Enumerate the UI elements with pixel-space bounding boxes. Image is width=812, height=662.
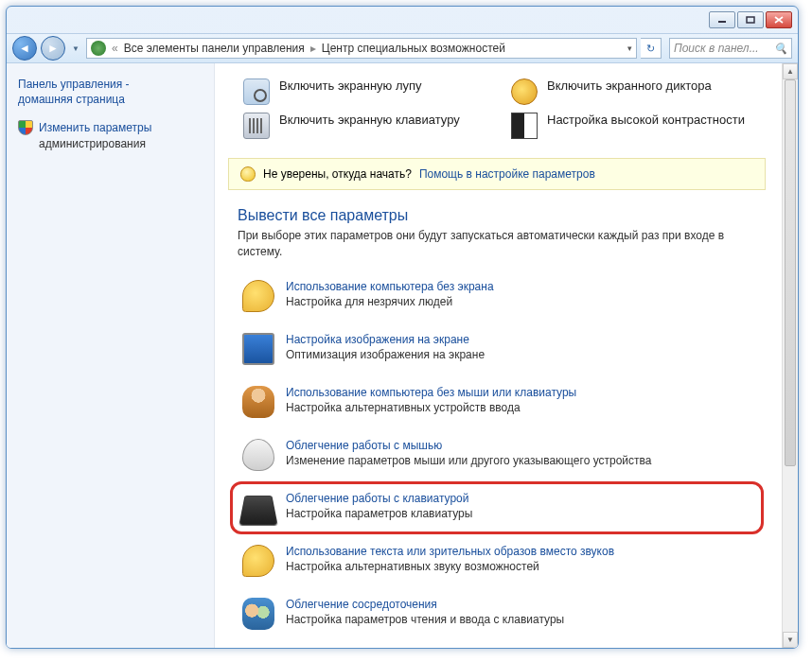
- section-subtext: При выборе этих параметров они будут зап…: [215, 228, 779, 270]
- search-icon: 🔍: [774, 42, 787, 55]
- nav-history-dropdown[interactable]: ▼: [69, 39, 82, 58]
- chat-icon: [242, 545, 274, 577]
- list-item: Облегчение работы с мышьюИзменение парам…: [230, 428, 764, 481]
- shield-icon: [18, 120, 33, 135]
- help-link[interactable]: Помощь в настройке параметров: [419, 167, 595, 181]
- close-button[interactable]: [766, 11, 792, 28]
- help-banner: Не уверены, откуда начать? Помощь в наст…: [228, 158, 766, 190]
- control-panel-icon: [91, 41, 106, 56]
- item-desc: Настройка альтернативных устройств ввода: [286, 401, 521, 414]
- minimize-button[interactable]: [709, 11, 735, 28]
- breadcrumb-ease-of-access[interactable]: Центр специальных возможностей: [322, 42, 505, 55]
- item-link[interactable]: Использование компьютера без экрана: [286, 280, 494, 293]
- settings-list: Использование компьютера без экранаНастр…: [215, 270, 779, 640]
- forward-button[interactable]: ►: [41, 36, 65, 61]
- section-heading: Вывести все параметры: [215, 190, 779, 228]
- scrollbar[interactable]: ▲ ▼: [782, 63, 798, 648]
- breadcrumb-dropdown[interactable]: ▾: [624, 44, 632, 53]
- sidebar-control-panel-home[interactable]: Панель управления - домашняя страница: [18, 77, 203, 107]
- back-button[interactable]: ◄: [12, 36, 37, 61]
- item-desc: Настройка альтернативных звуку возможнос…: [286, 560, 539, 573]
- main-content: Включить экранную лупу Включить экранног…: [215, 63, 798, 648]
- sidebar: Панель управления - домашняя страница Из…: [7, 63, 215, 648]
- item-link[interactable]: Настройка изображения на экране: [286, 333, 485, 346]
- maximize-button[interactable]: [737, 11, 764, 28]
- item-desc: Настройка параметров чтения и ввода с кл…: [286, 613, 564, 626]
- address-bar: ◄ ► ▼ « Все элементы панели управления ▸…: [7, 33, 798, 63]
- search-placeholder: Поиск в панел...: [674, 42, 759, 55]
- refresh-button[interactable]: ↻: [641, 38, 662, 59]
- scroll-down-button[interactable]: ▼: [783, 632, 798, 648]
- item-link[interactable]: Использование компьютера без мыши или кл…: [286, 386, 576, 399]
- chevron-icon: «: [110, 42, 120, 55]
- sidebar-admin-settings[interactable]: Изменить параметры администрирования: [18, 120, 203, 150]
- svg-rect-0: [718, 21, 726, 23]
- chat-icon: [242, 280, 274, 312]
- magnifier-icon: [243, 78, 270, 105]
- monitor-icon: [242, 333, 274, 365]
- item-link[interactable]: Облегчение работы с клавиатурой: [286, 492, 472, 505]
- list-item: Использование текста или зрительных обра…: [230, 534, 764, 587]
- list-item: Настройка изображения на экранеОптимизац…: [230, 322, 764, 375]
- scroll-thumb[interactable]: [785, 79, 796, 466]
- svg-rect-1: [747, 17, 754, 23]
- window-body: Панель управления - домашняя страница Из…: [7, 63, 798, 648]
- titlebar: [7, 7, 798, 33]
- window: ◄ ► ▼ « Все элементы панели управления ▸…: [6, 6, 799, 649]
- item-link[interactable]: Облегчение работы с мышью: [286, 439, 651, 452]
- mouse-icon: [242, 439, 274, 471]
- scroll-track[interactable]: [783, 79, 798, 632]
- item-desc: Настройка параметров клавиатуры: [286, 507, 472, 520]
- keyboard-icon: [243, 113, 270, 139]
- quick-narrator[interactable]: Включить экранного диктора: [511, 78, 756, 105]
- help-prompt: Не уверены, откуда начать?: [263, 167, 412, 181]
- list-item: Использование компьютера без экранаНастр…: [230, 270, 764, 322]
- breadcrumb-all-items[interactable]: Все элементы панели управления: [124, 42, 305, 55]
- person-icon: [242, 386, 274, 418]
- item-desc: Оптимизация изображения на экране: [286, 348, 485, 361]
- quick-access-grid: Включить экранную лупу Включить экранног…: [215, 63, 779, 158]
- breadcrumb-bar[interactable]: « Все элементы панели управления ▸ Центр…: [86, 38, 637, 59]
- item-desc: Изменение параметров мыши или другого ук…: [286, 454, 651, 467]
- item-desc: Настройка для незрячих людей: [286, 295, 452, 308]
- quick-magnifier[interactable]: Включить экранную лупу: [243, 78, 488, 105]
- chevron-right-icon: ▸: [309, 42, 318, 55]
- lightbulb-icon: [240, 166, 256, 182]
- scroll-up-button[interactable]: ▲: [783, 63, 798, 79]
- list-item: Облегчение работы с клавиатуройНастройка…: [230, 481, 764, 534]
- kb2-icon: [238, 496, 277, 526]
- quick-high-contrast[interactable]: Настройка высокой контрастности: [511, 113, 756, 139]
- search-input[interactable]: Поиск в панел... 🔍: [669, 38, 792, 59]
- item-link[interactable]: Облегчение сосредоточения: [286, 598, 564, 611]
- list-item: Облегчение сосредоточенияНастройка парам…: [230, 587, 764, 640]
- people-icon: [242, 598, 274, 630]
- item-link[interactable]: Использование текста или зрительных обра…: [286, 545, 614, 558]
- list-item: Использование компьютера без мыши или кл…: [230, 375, 764, 428]
- quick-onscreen-keyboard[interactable]: Включить экранную клавиатуру: [243, 113, 488, 139]
- narrator-icon: [511, 78, 538, 105]
- contrast-icon: [511, 113, 538, 139]
